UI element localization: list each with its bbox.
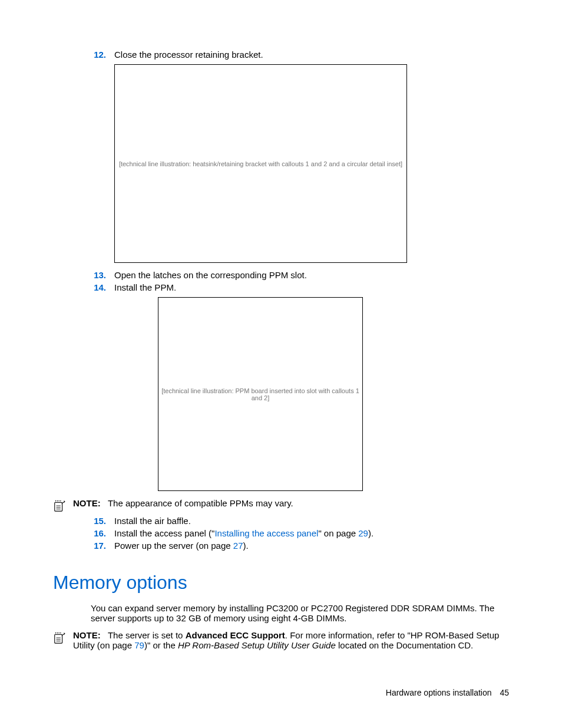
bold-advanced-ecc: Advanced ECC Support <box>186 630 285 640</box>
text-fragment: " on page <box>318 528 358 538</box>
step-text: Install the PPM. <box>114 282 509 292</box>
step-13: 13. Open the latches on the correspondin… <box>91 270 509 280</box>
note-label: NOTE: <box>73 498 101 508</box>
step-text: Close the processor retaining bracket. <box>114 50 509 60</box>
step-text: Install the access panel ("Installing th… <box>114 528 509 538</box>
note-ppm-appearance: NOTE: The appearance of compatible PPMs … <box>53 498 509 512</box>
note-body: NOTE: The appearance of compatible PPMs … <box>73 498 509 508</box>
note-advanced-ecc: NOTE: The server is set to Advanced ECC … <box>53 630 509 650</box>
step-16: 16. Install the access panel ("Installin… <box>91 528 509 538</box>
text-fragment: The server is set to <box>108 630 186 640</box>
note-text <box>103 498 108 508</box>
footer-section: Hardware options installation <box>386 688 492 697</box>
text-fragment: ). <box>368 528 373 538</box>
italic-guide-title: HP Rom-Based Setup Utility User Guide <box>178 640 336 650</box>
step-17: 17. Power up the server (on page 27). <box>91 541 509 551</box>
figure-description: [technical line illustration: PPM board … <box>158 387 362 401</box>
text-fragment: located on the Documentation CD. <box>336 640 473 650</box>
figure-ppm-install: [technical line illustration: PPM board … <box>158 297 363 491</box>
note-icon <box>53 631 66 644</box>
step-number: 15. <box>91 516 114 526</box>
step-number: 12. <box>91 50 114 60</box>
step-number: 13. <box>91 270 114 280</box>
step-number: 16. <box>91 528 114 538</box>
heading-memory-options: Memory options <box>53 572 509 594</box>
text-fragment: Install the access panel (" <box>114 528 214 538</box>
text-fragment: Power up the server (on page <box>114 541 233 551</box>
page-ref-79[interactable]: 79 <box>134 640 144 650</box>
figure-processor-bracket: [technical line illustration: heatsink/r… <box>114 64 407 263</box>
page-ref-27[interactable]: 27 <box>233 541 243 551</box>
note-text: The appearance of compatible PPMs may va… <box>108 498 293 508</box>
step-14: 14. Install the PPM. <box>91 282 509 292</box>
link-installing-access-panel[interactable]: Installing the access panel <box>214 528 318 538</box>
step-15: 15. Install the air baffle. <box>91 516 509 526</box>
note-body: NOTE: The server is set to Advanced ECC … <box>73 630 509 650</box>
note-label: NOTE: <box>73 630 101 640</box>
step-text: Power up the server (on page 27). <box>114 541 509 551</box>
step-number: 14. <box>91 282 114 292</box>
text-fragment: ). <box>243 541 248 551</box>
text-fragment: )" or the <box>144 640 178 650</box>
step-number: 17. <box>91 541 114 551</box>
step-text: Install the air baffle. <box>114 516 509 526</box>
note-icon <box>53 499 66 512</box>
step-12: 12. Close the processor retaining bracke… <box>91 50 509 60</box>
footer-page-number: 45 <box>500 688 509 697</box>
svg-rect-1 <box>55 635 62 644</box>
page-ref-29[interactable]: 29 <box>358 528 368 538</box>
figure-description: [technical line illustration: heatsink/r… <box>119 160 402 167</box>
step-text: Open the latches on the corresponding PP… <box>114 270 509 280</box>
page-footer: Hardware options installation 45 <box>386 688 509 697</box>
note-text <box>103 630 108 640</box>
paragraph-memory-intro: You can expand server memory by installi… <box>91 603 509 623</box>
svg-rect-0 <box>55 503 62 512</box>
